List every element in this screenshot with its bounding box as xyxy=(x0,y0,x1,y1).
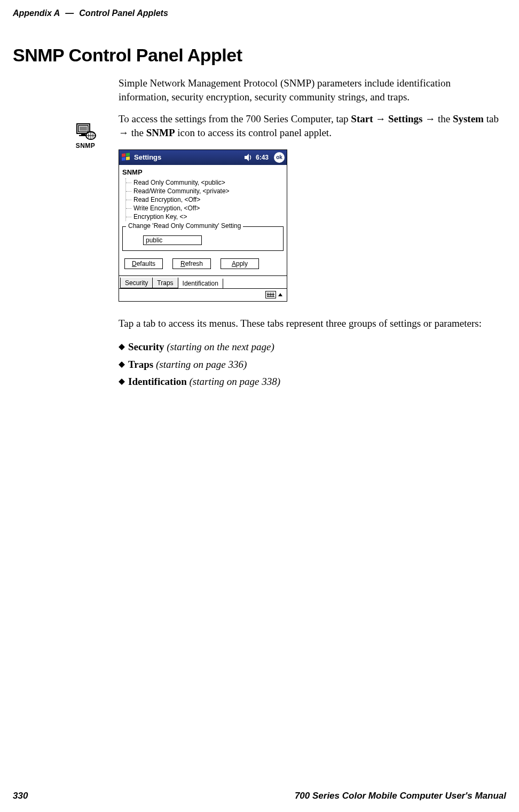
header-divider: — xyxy=(65,9,74,18)
access-instructions: To access the settings from the 700 Seri… xyxy=(119,112,500,139)
snmp-computer-icon xyxy=(75,122,96,141)
manual-title: 700 Series Color Mobile Computer User's … xyxy=(295,791,506,801)
bullet-ital: (starting on page 336) xyxy=(153,359,247,370)
snmp-icon-label: SNMP xyxy=(69,142,101,149)
volume-icon[interactable] xyxy=(244,153,253,162)
snmp-margin-icon: SNMP xyxy=(69,122,101,149)
embedded-screenshot: Settings 6:43 ok SNMP Read Only Communit… xyxy=(119,149,500,302)
list-item: Identification (starting on page 338) xyxy=(119,373,500,390)
pocketpc-window: Settings 6:43 ok SNMP Read Only Communit… xyxy=(119,149,287,302)
tab-traps[interactable]: Traps xyxy=(152,278,178,288)
running-header: Appendix A — Control Panel Applets xyxy=(0,0,519,18)
tab-security[interactable]: Security xyxy=(120,278,153,288)
post-screenshot-paragraph: Tap a tab to access its menus. These tab… xyxy=(119,317,500,330)
bold-settings: Settings xyxy=(388,113,422,124)
access-mid2: tab xyxy=(484,113,499,124)
sip-up-icon[interactable] xyxy=(278,293,282,296)
change-setting-fieldset: Change 'Read Only Community' Setting xyxy=(122,226,284,251)
list-item: Traps (starting on page 336) xyxy=(119,356,500,373)
tree-item[interactable]: Read Encryption, <Off> xyxy=(126,195,284,204)
community-value-input[interactable] xyxy=(143,235,202,245)
arrow-icon: → xyxy=(425,113,435,124)
fieldset-legend: Change 'Read Only Community' Setting xyxy=(126,222,243,230)
clock-time: 6:43 xyxy=(256,154,269,161)
svg-rect-0 xyxy=(122,153,125,157)
svg-rect-6 xyxy=(78,125,88,132)
page-title: SNMP Control Panel Applet xyxy=(0,18,519,76)
bullet-ital: (starting on page 338) xyxy=(187,376,280,387)
defaults-button[interactable]: Defaults xyxy=(124,258,163,269)
bold-start: Start xyxy=(351,113,373,124)
access-mid3: the xyxy=(129,127,146,138)
tree-item[interactable]: Encryption Key, <> xyxy=(126,212,284,221)
bullet-list: Security (starting on the next page) Tra… xyxy=(119,338,500,390)
arrow-icon: → xyxy=(119,127,129,138)
arrow-icon: → xyxy=(375,113,386,124)
sip-bar xyxy=(119,288,287,301)
access-mid1: the xyxy=(435,113,453,124)
applet-title: SNMP xyxy=(122,167,284,178)
settings-tree: Read Only Community, <public> Read/Write… xyxy=(125,178,284,221)
tree-item[interactable]: Read Only Community, <public> xyxy=(126,178,284,187)
apply-button[interactable]: Apply xyxy=(221,258,259,269)
button-row: Defaults Refresh Apply xyxy=(122,255,284,275)
bullet-bold: Security xyxy=(128,341,164,352)
tree-item[interactable]: Write Encryption, <Off> xyxy=(126,204,284,212)
bullet-bold: Identification xyxy=(128,376,187,387)
access-post: icon to access its control panel applet. xyxy=(175,127,332,138)
header-appendix: Appendix A xyxy=(13,9,60,18)
page-number: 330 xyxy=(13,791,28,801)
svg-rect-1 xyxy=(126,153,130,156)
header-chapter-title: Control Panel Applets xyxy=(79,9,168,18)
start-flag-icon[interactable] xyxy=(121,153,131,162)
access-pre: To access the settings from the 700 Seri… xyxy=(119,113,351,124)
refresh-button[interactable]: Refresh xyxy=(172,258,211,269)
window-title: Settings xyxy=(134,153,241,161)
svg-marker-4 xyxy=(245,154,249,161)
running-footer: 330 700 Series Color Mobile Computer Use… xyxy=(13,791,506,801)
svg-rect-3 xyxy=(126,156,130,160)
tab-identification[interactable]: Identification xyxy=(178,279,223,288)
svg-rect-11 xyxy=(81,133,85,135)
window-body: SNMP Read Only Community, <public> Read/… xyxy=(119,165,287,275)
bold-system: System xyxy=(453,113,484,124)
intro-paragraph: Simple Network Management Protocol (SNMP… xyxy=(119,76,500,104)
bold-snmp: SNMP xyxy=(146,127,175,138)
tree-item[interactable]: Read/Write Community, <private> xyxy=(126,187,284,195)
bullet-bold: Traps xyxy=(128,359,153,370)
keyboard-icon[interactable] xyxy=(265,291,276,298)
bullet-ital: (starting on the next page) xyxy=(164,341,274,352)
tab-bar: Security Traps Identification xyxy=(119,275,287,288)
ok-button[interactable]: ok xyxy=(274,152,285,163)
list-item: Security (starting on the next page) xyxy=(119,338,500,356)
titlebar: Settings 6:43 ok xyxy=(119,150,287,165)
svg-rect-2 xyxy=(122,157,125,161)
